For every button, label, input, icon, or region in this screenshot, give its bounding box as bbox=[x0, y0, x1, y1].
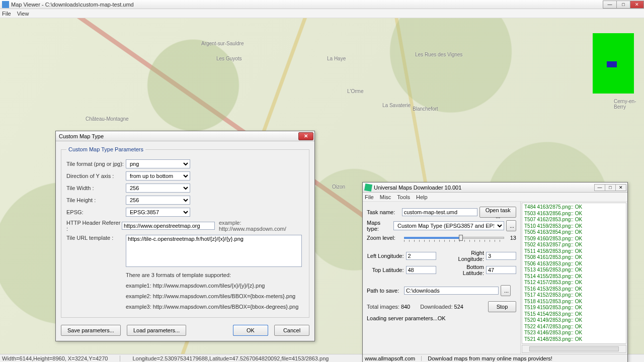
umd-statusbar: www.allmapsoft.com Download maps from ma… bbox=[363, 354, 627, 362]
log-line: T508 4161/2853.png:: OK bbox=[524, 254, 624, 261]
right-lon-input[interactable] bbox=[486, 252, 516, 260]
log-line: T514 4155/2853.png:: OK bbox=[524, 274, 624, 280]
cancel-button[interactable]: Cancel bbox=[274, 325, 309, 336]
umd-titlebar[interactable]: Universal Maps Downloader 10.001 — □ ✕ bbox=[363, 183, 627, 193]
stop-button[interactable]: Stop bbox=[488, 301, 516, 312]
zoom-value: 13 bbox=[506, 235, 516, 241]
right-lon-label: Right Longitude: bbox=[447, 250, 485, 262]
path-browse-button[interactable]: ... bbox=[501, 285, 511, 296]
referer-label: HTTP Header Referer : bbox=[66, 220, 122, 232]
map-place-label: Oizon bbox=[332, 184, 345, 190]
app-icon bbox=[2, 1, 9, 8]
downloaded-label: Downloaded: bbox=[420, 304, 452, 310]
log-line: T516 4153/2853.png:: OK bbox=[524, 286, 624, 293]
umd-close-button[interactable]: ✕ bbox=[615, 184, 626, 191]
minimize-button[interactable]: — bbox=[603, 1, 617, 9]
umd-window: Universal Maps Downloader 10.001 — □ ✕ F… bbox=[362, 182, 628, 362]
umd-menu-file[interactable]: File bbox=[365, 194, 374, 200]
umd-menu-tools[interactable]: Tools bbox=[397, 194, 410, 200]
parameters-fieldset: Custom Map Type Parameters Tile format (… bbox=[61, 146, 309, 318]
downloaded-value: 524 bbox=[454, 304, 463, 310]
tile-format-label: Tile format (png or jpg): bbox=[66, 161, 126, 167]
tile-height-label: Tile Height : bbox=[66, 197, 126, 203]
umd-title: Universal Maps Downloader 10.001 bbox=[374, 185, 595, 191]
map-place-label: Les Rues des Vignes bbox=[415, 52, 462, 57]
menu-file[interactable]: File bbox=[2, 11, 11, 17]
log-line: T502 4163/2857.png:: OK bbox=[524, 242, 624, 248]
left-lon-label: Left Longitude: bbox=[367, 253, 404, 259]
umd-menu-misc[interactable]: Misc bbox=[380, 194, 391, 200]
template-label: Tile URL template : bbox=[66, 235, 126, 241]
tile-height-select[interactable]: 256 bbox=[126, 196, 190, 205]
template-textarea[interactable]: https://tile-c.openstreetmap.fr/hot/{z}/… bbox=[126, 235, 302, 267]
map-place-label: La Savaterie bbox=[382, 103, 411, 108]
bottom-lat-input[interactable] bbox=[486, 266, 516, 274]
tile-format-select[interactable]: png bbox=[126, 159, 190, 168]
log-line: T511 4158/2853.png:: OK bbox=[524, 248, 624, 255]
open-task-button[interactable]: Open task ... bbox=[479, 207, 516, 218]
ok-button[interactable]: OK bbox=[233, 325, 268, 336]
status-coords: Longitude=2.53097534179688,Latitude=47.5… bbox=[132, 355, 329, 361]
close-button[interactable]: ✕ bbox=[630, 1, 644, 9]
y-axis-label: Direction of Y axis : bbox=[66, 173, 126, 179]
minimap[interactable] bbox=[593, 33, 634, 94]
tile-width-label: Tile Width : bbox=[66, 185, 126, 191]
example-2: example2: http://www.mapsdown.com/tiles/… bbox=[126, 291, 304, 302]
maps-type-label: Maps type: bbox=[367, 220, 391, 232]
log-line: T509 4160/2853.png:: OK bbox=[524, 236, 624, 242]
epsg-select[interactable]: EPSG:3857 bbox=[126, 208, 190, 217]
log-line: T503 4163/2856.png:: OK bbox=[524, 211, 624, 217]
umd-menu-help[interactable]: Help bbox=[416, 194, 428, 200]
log-line: T521 4148/2853.png:: OK bbox=[524, 336, 624, 343]
maximize-button[interactable]: □ bbox=[616, 1, 630, 9]
tile-width-select[interactable]: 256 bbox=[126, 184, 190, 193]
zoom-slider[interactable] bbox=[404, 234, 504, 242]
log-hscrollbar[interactable] bbox=[522, 345, 626, 353]
map-place-label: Cerny-en-Berry bbox=[614, 99, 644, 110]
menubar: File View bbox=[0, 9, 644, 18]
maps-type-select[interactable]: Custom Map Type (EPSG3857 and EPSG4326 s… bbox=[393, 221, 504, 230]
epsg-label: EPSG: bbox=[66, 209, 126, 215]
umd-maximize-button[interactable]: □ bbox=[605, 184, 616, 191]
log-line: T518 4151/2853.png:: OK bbox=[524, 299, 624, 305]
log-line: T522 4147/2853.png:: OK bbox=[524, 324, 624, 330]
top-lat-label: Top Latitude: bbox=[367, 267, 404, 273]
log-line: T519 4150/2853.png:: OK bbox=[524, 305, 624, 311]
loading-status: Loading server parameters...OK bbox=[367, 315, 516, 321]
umd-status-site: www.allmapsoft.com bbox=[365, 355, 415, 361]
left-lon-input[interactable] bbox=[406, 252, 436, 260]
referer-input[interactable] bbox=[122, 222, 215, 230]
log-line: T505 4163/2854.png:: OK bbox=[524, 229, 624, 236]
custom-map-type-dialog: Custom Map Type ✕ Custom Map Type Parame… bbox=[55, 131, 315, 341]
log-line: T513 4156/2853.png:: OK bbox=[524, 267, 624, 274]
map-place-label: Château-Montagne bbox=[86, 116, 129, 122]
log-line: T523 4146/2853.png:: OK bbox=[524, 330, 624, 336]
example-3: example3: http://www.mapsdown.com/tiles/… bbox=[126, 302, 304, 312]
log-line: T517 4152/2853.png:: OK bbox=[524, 292, 624, 299]
dialog-close-button[interactable]: ✕ bbox=[298, 132, 313, 140]
example-1: example1: http://www.mapsdown.com/tiles/… bbox=[126, 281, 304, 291]
log-line: T506 4163/2853.png:: OK bbox=[524, 261, 624, 267]
umd-status-msg: Download maps from many online maps prov… bbox=[428, 355, 552, 361]
umd-app-icon bbox=[364, 183, 372, 191]
maps-type-browse-button[interactable]: ... bbox=[506, 220, 516, 231]
save-parameters-button[interactable]: Save parameters... bbox=[61, 325, 121, 336]
map-place-label: L'Orme bbox=[347, 88, 363, 94]
load-parameters-button[interactable]: Load parameters... bbox=[127, 325, 186, 336]
top-lat-input[interactable] bbox=[406, 266, 436, 274]
download-log[interactable]: T484 4163/2875.png:: OKT503 4163/2856.pn… bbox=[522, 203, 626, 344]
path-input[interactable] bbox=[404, 287, 499, 295]
log-line: T512 4157/2853.png:: OK bbox=[524, 280, 624, 286]
minimap-viewport bbox=[607, 61, 617, 67]
window-controls: — □ ✕ bbox=[603, 1, 644, 9]
menu-view[interactable]: View bbox=[17, 11, 29, 17]
log-line: T515 4154/2853.png:: OK bbox=[524, 311, 624, 318]
task-name-label: Task name: bbox=[367, 209, 400, 215]
dialog-titlebar[interactable]: Custom Map Type ✕ bbox=[56, 131, 314, 141]
umd-minimize-button[interactable]: — bbox=[594, 184, 605, 191]
total-label: Total images: bbox=[367, 304, 399, 310]
path-label: Path to save: bbox=[367, 288, 402, 294]
task-name-input[interactable] bbox=[402, 208, 478, 216]
log-line: T507 4162/2853.png:: OK bbox=[524, 217, 624, 223]
y-axis-select[interactable]: from up to bottom bbox=[126, 171, 190, 180]
